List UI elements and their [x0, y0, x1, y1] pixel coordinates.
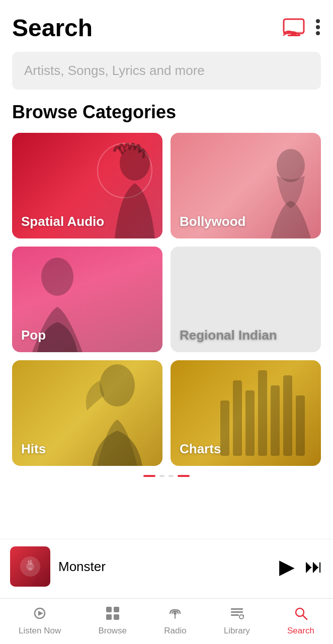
svg-text:怪: 怪 [27, 559, 33, 565]
scroll-dot-2 [159, 475, 164, 477]
page-title: Search [12, 14, 93, 42]
bottom-navigation: Listen Now Browse Radio [0, 598, 333, 644]
svg-rect-3 [288, 35, 300, 36]
svg-rect-11 [220, 400, 229, 456]
svg-rect-31 [231, 611, 243, 613]
nav-label-search: Search [287, 626, 314, 636]
play-button[interactable]: ▶ [279, 555, 295, 578]
nav-label-radio: Radio [164, 626, 186, 636]
nav-label-library: Library [224, 626, 250, 636]
fast-forward-button[interactable]: ⏭ [305, 556, 323, 577]
scroll-dot-4 [178, 475, 190, 477]
nav-label-browse: Browse [98, 626, 127, 636]
category-card-hits[interactable]: Hits [12, 360, 162, 466]
nav-item-browse[interactable]: Browse [98, 606, 127, 636]
library-icon [229, 606, 244, 623]
nav-item-radio[interactable]: Radio [164, 606, 186, 636]
svg-point-10 [100, 364, 135, 407]
now-playing-title: Monster [58, 559, 271, 575]
nav-item-library[interactable]: Library [224, 606, 250, 636]
more-options-icon[interactable] [315, 18, 321, 38]
radio-icon [168, 606, 183, 623]
category-label-bollywood: Bollywood [180, 214, 245, 229]
category-card-bollywood[interactable]: Bollywood [171, 133, 321, 238]
scroll-indicators [0, 475, 333, 477]
nav-item-listen-now[interactable]: Listen Now [19, 606, 61, 636]
nav-label-listen-now: Listen Now [19, 626, 61, 636]
header-icons [283, 18, 321, 38]
browse-categories-title: Browse Categories [12, 102, 321, 123]
category-label-spatial-audio: Spatial Audio [21, 214, 104, 229]
cast-icon[interactable] [283, 18, 305, 38]
category-card-pop[interactable]: Pop [12, 247, 162, 352]
nav-item-search[interactable]: Search [287, 606, 314, 636]
svg-rect-24 [106, 607, 112, 612]
category-label-regional-indian: Regional Indian [180, 328, 277, 343]
categories-grid: Spatial Audio Bollywood Pop Regional Ind… [12, 133, 321, 466]
now-playing-bar: 怪 物 Monster ▶ ⏭ [0, 539, 333, 594]
svg-line-36 [303, 615, 307, 619]
svg-rect-30 [231, 608, 243, 610]
svg-rect-15 [271, 385, 280, 456]
svg-rect-25 [114, 607, 119, 612]
scroll-dot-1 [143, 475, 155, 477]
svg-point-5 [316, 25, 320, 29]
svg-point-9 [41, 258, 73, 296]
now-playing-artwork[interactable]: 怪 物 [10, 546, 50, 587]
svg-rect-32 [231, 614, 239, 616]
search-nav-icon [293, 606, 308, 623]
svg-point-33 [239, 615, 243, 619]
category-label-pop: Pop [21, 328, 46, 343]
listen-now-icon [32, 606, 47, 623]
svg-rect-16 [283, 375, 292, 456]
search-bar-container[interactable]: Artists, Songs, Lyrics and more [12, 52, 321, 90]
now-playing-controls: ▶ ⏭ [279, 555, 323, 578]
scroll-dot-3 [169, 475, 174, 477]
svg-marker-23 [38, 611, 43, 616]
svg-point-8 [277, 149, 305, 182]
svg-rect-17 [296, 395, 305, 456]
svg-point-4 [316, 19, 320, 23]
svg-rect-13 [245, 390, 255, 456]
svg-text:物: 物 [29, 568, 32, 571]
category-card-regional-indian[interactable]: Regional Indian [171, 247, 321, 352]
browse-icon [105, 606, 120, 623]
header: Search [0, 0, 333, 52]
search-placeholder: Artists, Songs, Lyrics and more [24, 63, 205, 78]
svg-rect-12 [233, 380, 242, 456]
category-card-spatial-audio[interactable]: Spatial Audio [12, 133, 162, 238]
svg-point-6 [316, 31, 320, 35]
category-card-charts[interactable]: Charts [171, 360, 321, 466]
svg-rect-26 [106, 614, 112, 620]
svg-rect-14 [258, 370, 267, 456]
category-label-charts: Charts [180, 441, 221, 457]
category-label-hits: Hits [21, 441, 46, 457]
svg-rect-27 [114, 614, 119, 620]
